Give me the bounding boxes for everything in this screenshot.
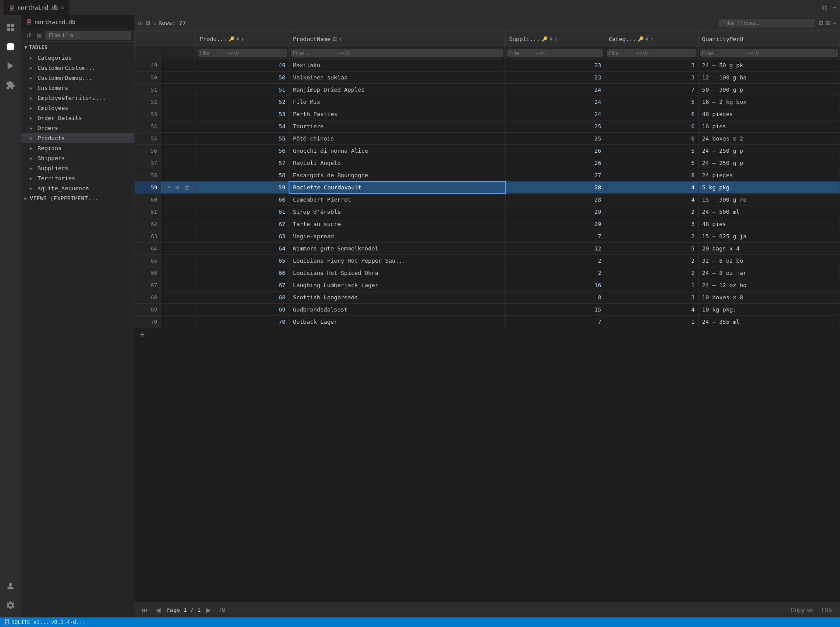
- filter-info-icon[interactable]: ⓘ: [234, 50, 239, 56]
- table-action-icon[interactable]: ⊞: [146, 19, 150, 27]
- category-id-cell[interactable]: 5: [605, 145, 699, 157]
- filter-edit-icon[interactable]: ✏: [636, 50, 639, 56]
- product-name-cell[interactable]: Outback Lager: [289, 316, 505, 328]
- filter-clear-icon[interactable]: ⊘: [750, 50, 754, 56]
- table-row[interactable]: 6868Scottish Longbreads8310 boxes x 8: [135, 291, 840, 304]
- table-row[interactable]: 5555Pâté chinois25624 boxes x 2: [135, 133, 840, 145]
- product-id-cell[interactable]: 49: [196, 59, 289, 72]
- prev-page-button[interactable]: ◀: [154, 606, 163, 614]
- quantity-cell[interactable]: 24 – 50 g pk: [699, 59, 840, 72]
- sidebar-item-shippers[interactable]: ▶ Shippers: [21, 153, 134, 163]
- sidebar-refresh-button[interactable]: ↺: [24, 31, 33, 40]
- product-id-cell[interactable]: 64: [196, 243, 289, 255]
- first-page-button[interactable]: ⏮: [140, 606, 150, 614]
- filter-category-id-input[interactable]: [609, 50, 635, 56]
- sidebar-item-orders[interactable]: ▶ Orders: [21, 123, 134, 133]
- sidebar-item-sqlite-sequence[interactable]: ▶ sqlite_sequence: [21, 183, 134, 193]
- table-row[interactable]: 5858Escargots de Bourgogne27824 pieces: [135, 169, 840, 182]
- filter-edit-icon[interactable]: ✏: [536, 50, 539, 56]
- product-name-cell[interactable]: Manjimup Dried Apples: [289, 84, 505, 96]
- quantity-cell[interactable]: 24 – 12 oz bo: [699, 279, 840, 291]
- product-id-cell[interactable]: 62: [196, 218, 289, 230]
- category-id-cell[interactable]: 3: [605, 72, 699, 84]
- quantity-cell[interactable]: 12 – 100 g ba: [699, 72, 840, 84]
- category-id-cell[interactable]: 2: [605, 206, 699, 218]
- product-id-cell[interactable]: 57: [196, 157, 289, 169]
- filter-clear-icon[interactable]: ⊘: [231, 50, 234, 56]
- category-id-cell[interactable]: 1: [605, 316, 699, 328]
- product-id-cell[interactable]: 54: [196, 120, 289, 133]
- supplier-id-cell[interactable]: 27: [506, 169, 605, 182]
- quantity-cell[interactable]: 15 – 300 g ro: [699, 194, 840, 206]
- product-id-cell[interactable]: 68: [196, 291, 289, 304]
- category-id-cell[interactable]: 3: [605, 291, 699, 304]
- quantity-cell[interactable]: 50 – 300 g p: [699, 84, 840, 96]
- quantity-cell[interactable]: 48 pies: [699, 218, 840, 230]
- col-header-product-id[interactable]: Produ... 🔑 # ↕: [196, 31, 289, 47]
- filter-quantity-input[interactable]: [702, 50, 746, 56]
- filter-edit-icon[interactable]: ✏: [227, 50, 230, 56]
- filter-product-name-input[interactable]: [293, 50, 337, 56]
- product-name-cell[interactable]: Gudbrandsdalsost: [289, 304, 505, 316]
- supplier-id-cell[interactable]: 7: [506, 316, 605, 328]
- quantity-cell[interactable]: 16 – 2 kg box: [699, 96, 840, 108]
- product-id-cell[interactable]: 58: [196, 169, 289, 182]
- add-row-button[interactable]: +: [138, 328, 147, 342]
- quantity-cell[interactable]: 16 pies: [699, 120, 840, 133]
- product-id-cell[interactable]: 65: [196, 255, 289, 267]
- sidebar-action-button[interactable]: ⊞: [35, 31, 44, 40]
- product-name-cell[interactable]: Perth Pasties: [289, 108, 505, 120]
- quantity-cell[interactable]: 15 – 625 g ja: [699, 230, 840, 243]
- category-id-cell[interactable]: 5: [605, 157, 699, 169]
- category-id-cell[interactable]: 3: [605, 218, 699, 230]
- supplier-id-cell[interactable]: 7: [506, 230, 605, 243]
- product-name-cell[interactable]: Gnocchi di nonna Alice: [289, 145, 505, 157]
- supplier-id-cell[interactable]: 26: [506, 157, 605, 169]
- table-row[interactable]: 6161Sirop d'érable29224 – 500 ml: [135, 206, 840, 218]
- category-id-cell[interactable]: 7: [605, 84, 699, 96]
- category-id-cell[interactable]: 4: [605, 304, 699, 316]
- product-name-cell[interactable]: Laughing Lumberjack Lager: [289, 279, 505, 291]
- row-delete-button[interactable]: 🗑: [183, 184, 191, 191]
- tab-close-button[interactable]: ✕: [61, 5, 64, 10]
- product-name-cell[interactable]: Tourtière: [289, 120, 505, 133]
- sidebar-item-customerdemog[interactable]: ▶ CustomerDemog...: [21, 73, 134, 83]
- copy-as-button[interactable]: Copy as: [788, 606, 815, 614]
- product-id-cell[interactable]: 67: [196, 279, 289, 291]
- activity-settings-icon[interactable]: [2, 596, 19, 614]
- category-id-cell[interactable]: 8: [605, 169, 699, 182]
- supplier-id-cell[interactable]: 28: [506, 194, 605, 206]
- filter-info-icon[interactable]: ⓘ: [643, 50, 648, 56]
- supplier-id-cell[interactable]: 23: [506, 59, 605, 72]
- quantity-cell[interactable]: 24 – 250 g p: [699, 145, 840, 157]
- table-row[interactable]: 6565Louisiana Fiery Hot Pepper Sau...223…: [135, 255, 840, 267]
- supplier-id-cell[interactable]: 24: [506, 96, 605, 108]
- filter-clear-icon[interactable]: ⊘: [341, 50, 344, 56]
- supplier-id-cell[interactable]: 25: [506, 133, 605, 145]
- product-id-cell[interactable]: 70: [196, 316, 289, 328]
- category-id-cell[interactable]: 4: [605, 182, 699, 194]
- product-name-cell[interactable]: Tarte au sucre: [289, 218, 505, 230]
- activity-db-icon[interactable]: [2, 38, 19, 55]
- quantity-cell[interactable]: 24 – 8 oz jar: [699, 267, 840, 279]
- table-row[interactable]: 5252Filo Mix24516 – 2 kg box: [135, 96, 840, 108]
- supplier-id-cell[interactable]: 29: [506, 206, 605, 218]
- quantity-cell[interactable]: 24 – 500 ml: [699, 206, 840, 218]
- quantity-cell[interactable]: 5 kg pkg.: [699, 182, 840, 194]
- product-id-cell[interactable]: 66: [196, 267, 289, 279]
- more-icon[interactable]: ⋯: [832, 19, 837, 27]
- filter-info-icon[interactable]: ⓘ: [345, 50, 350, 56]
- sidebar-item-products[interactable]: ▶ Products: [21, 133, 134, 143]
- product-name-cell[interactable]: Louisiana Hot Spiced Okra: [289, 267, 505, 279]
- product-name-cell[interactable]: Louisiana Fiery Hot Pepper Sau...: [289, 255, 505, 267]
- category-id-cell[interactable]: 6: [605, 133, 699, 145]
- table-row[interactable]: 5353Perth Pasties24648 pieces: [135, 108, 840, 120]
- product-name-cell[interactable]: Scottish Longbreads: [289, 291, 505, 304]
- activity-account-icon[interactable]: [2, 577, 19, 595]
- table-row[interactable]: 4949Maxilaku23324 – 50 g pk: [135, 59, 840, 72]
- table-row[interactable]: 5454Tourtière25616 pies: [135, 120, 840, 133]
- product-name-cell[interactable]: Maxilaku: [289, 59, 505, 72]
- quantity-cell[interactable]: 10 kg pkg.: [699, 304, 840, 316]
- quantity-cell[interactable]: 20 bags x 4: [699, 243, 840, 255]
- supplier-id-cell[interactable]: 15: [506, 304, 605, 316]
